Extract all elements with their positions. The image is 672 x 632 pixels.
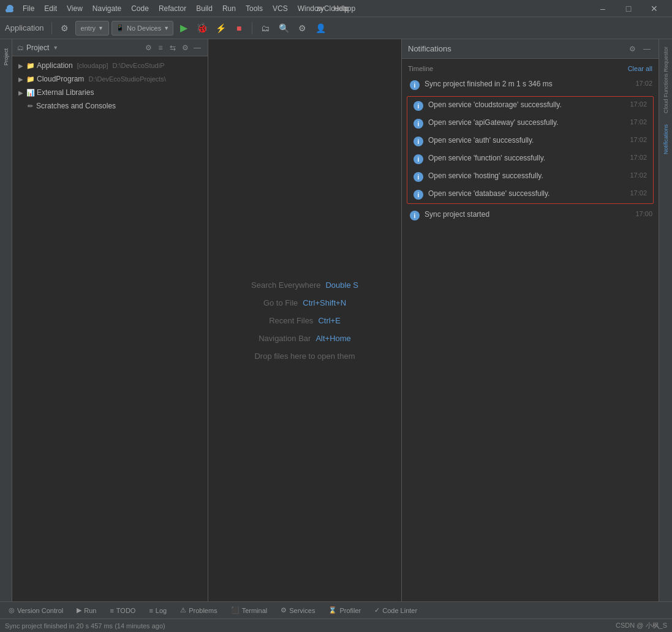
log-label: Log [156,607,167,614]
bottom-tab-run[interactable]: ▶ Run [70,603,102,618]
profile-button[interactable]: ⚡ [213,20,228,36]
tree-item-application[interactable]: ▶ 📁 Application [cloudapp] D:\DevEcoStud… [12,59,208,72]
tree-item-cloudprogram[interactable]: ▶ 📁 CloudProgram D:\DevEcoStudioProjects… [12,72,208,86]
notif-time-0: 17:02 [635,80,652,87]
devices-label: No Devices [127,24,161,32]
notif-item-5[interactable]: i Open service 'hosting' successfully. 1… [407,168,653,186]
notif-close-icon[interactable]: — [641,43,652,55]
toolbar-divider-2 [252,22,252,34]
notif-icon-3: i [413,137,423,146]
maximize-button[interactable]: □ [616,0,641,17]
entry-selector[interactable]: entry ▼ [75,21,109,36]
panel-header-options-icon[interactable]: ⚙ [179,42,191,53]
notif-item-0[interactable]: i Sync project finished in 2 m 1 s 346 m… [402,76,659,94]
notif-settings-icon[interactable]: ⚙ [627,43,638,55]
tree-item-scratches[interactable]: ✏ Scratches and Consoles [12,99,208,113]
toolbar-divider-1 [51,22,52,34]
panel-header-sort-icon[interactable]: ≡ [155,42,166,53]
hint-navbar-label: Navigation Bar [259,334,311,343]
notif-item-7[interactable]: i Sync project started 17:00 [402,206,659,224]
menu-navigate[interactable]: Navigate [88,3,126,14]
bottom-tab-todo[interactable]: ≡ TODO [104,603,142,618]
device-selector[interactable]: 📱 No Devices ▼ [111,21,173,36]
project-toolbar-btn[interactable]: 🗂 [257,20,273,36]
settings-toolbar-btn[interactable]: ⚙ [294,20,310,36]
bottom-tab-version-control[interactable]: ◎ Version Control [2,603,69,618]
menu-view[interactable]: View [62,3,87,14]
bottom-tab-code-linter[interactable]: ✓ Code Linter [368,603,423,618]
settings-gear-icon[interactable]: ⚙ [57,20,73,36]
notif-text-3: Open service 'auth' successfully. [428,136,625,145]
editor-hint-drop: Drop files here to open them [254,352,355,361]
hint-recent-label: Recent Files [269,316,313,325]
tree-item-external-libraries[interactable]: ▶ 📊 External Libraries [12,86,208,99]
menu-edit[interactable]: Edit [40,3,61,14]
menu-tools[interactable]: Tools [241,3,267,14]
panel-header-settings-icon[interactable]: ⚙ [143,42,154,53]
account-toolbar-btn[interactable]: 👤 [312,20,328,36]
project-panel: 🗂 Project ▼ ⚙ ≡ ⇆ ⚙ — ▶ 📁 Application [c… [12,39,208,601]
hint-recent-key: Ctrl+E [318,316,340,325]
notif-icon-7: i [410,211,420,220]
notif-text-7: Sync project started [425,210,630,219]
project-panel-title: Project [26,43,49,52]
notif-item-3[interactable]: i Open service 'auth' successfully. 17:0… [407,132,653,150]
tree-label-scratches: Scratches and Consoles [36,102,116,110]
icon-scratches: ✏ [26,102,34,110]
version-control-icon: ◎ [9,606,15,614]
menu-file[interactable]: File [18,3,39,14]
notif-item-2[interactable]: i Open service 'apiGateway' successfully… [407,115,653,132]
bottom-tab-problems[interactable]: ⚠ Problems [174,603,223,618]
todo-label: TODO [116,607,136,614]
menu-build[interactable]: Build [192,3,217,14]
menu-run[interactable]: Run [218,3,240,14]
notif-item-1[interactable]: i Open service 'cloudstorage' successful… [407,97,653,115]
toolbar: Application ⚙ entry ▼ 📱 No Devices ▼ ▶ 🐞… [0,17,672,39]
search-toolbar-btn[interactable]: 🔍 [276,20,292,36]
window-controls: – □ ✕ [590,0,667,17]
run-button[interactable]: ▶ [176,20,192,36]
notif-text-2: Open service 'apiGateway' successfully. [428,118,625,127]
panel-header-close-icon[interactable]: — [192,42,203,53]
editor-content: Search Everywhere Double S Go to File Ct… [208,39,401,601]
bottom-tab-log[interactable]: ≡ Log [143,603,173,618]
bottom-tab-terminal[interactable]: ⬛ Terminal [225,603,274,618]
minimize-button[interactable]: – [590,0,616,17]
status-right-text: CSDN @ 小枫_S [616,621,667,630]
debug-button[interactable]: 🐞 [194,20,210,36]
folder-icon-ext-lib: 📊 [26,88,35,97]
log-icon: ≡ [149,607,153,614]
tree-arrow-cloudprogram: ▶ [17,75,25,83]
close-button[interactable]: ✕ [641,0,667,17]
left-sidebar-project[interactable]: Project [1,42,12,72]
bottom-toolbar: ◎ Version Control ▶ Run ≡ TODO ≡ Log ⚠ P… [0,601,672,619]
terminal-label: Terminal [242,607,268,614]
code-linter-icon: ✓ [374,606,380,614]
notif-item-6[interactable]: i Open service 'database' successfully. … [407,186,653,203]
notifications-body: Timeline Clear all i Sync project finish… [402,59,659,601]
device-icon: 📱 [116,24,124,32]
menu-vcs[interactable]: VCS [268,3,292,14]
panel-header-collapse-icon[interactable]: ⇆ [167,42,178,53]
tree-arrow-ext-lib: ▶ [17,89,25,96]
notif-time-7: 17:00 [635,210,652,217]
notif-clear-button[interactable]: Clear all [628,65,652,72]
profiler-icon: ⌛ [328,606,337,614]
menu-refactor[interactable]: Refactor [154,3,191,14]
menu-code[interactable]: Code [127,3,153,14]
folder-icon-application: 📁 [26,61,35,70]
notif-item-4[interactable]: i Open service 'function' successfully. … [407,150,653,168]
hint-search-label: Search Everywhere [251,280,320,290]
editor-hint-search: Search Everywhere Double S [251,280,358,290]
bottom-tab-services[interactable]: ⚙ Services [274,603,321,618]
tree-label-application: Application [37,61,73,70]
left-sidebar: Project [0,39,12,601]
right-sidebar-cloud-functions[interactable]: Cloud Functions Requestor [662,42,670,118]
right-sidebar-notifications[interactable]: Notifications [662,119,670,159]
notifications-header: Notifications ⚙ — [402,39,659,59]
services-label: Services [289,607,315,614]
stop-button[interactable]: ■ [231,20,247,36]
bottom-tab-profiler[interactable]: ⌛ Profiler [322,603,367,618]
app-title: zyCloudapp [317,4,355,13]
editor-hint-navbar: Navigation Bar Alt+Home [259,334,351,343]
